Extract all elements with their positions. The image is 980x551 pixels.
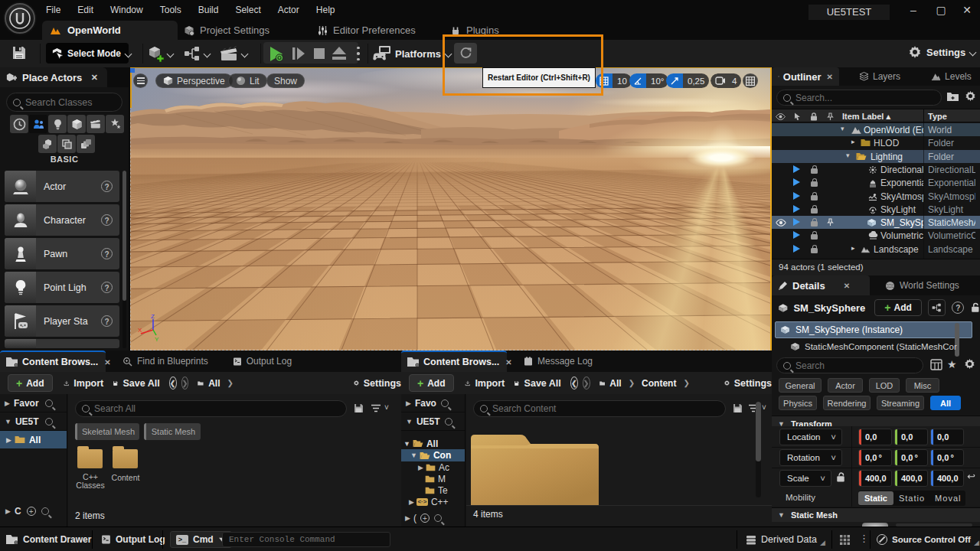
svg-text:Y: Y	[155, 336, 159, 342]
svg-text:+: +	[21, 323, 24, 328]
svg-text:Z: Z	[151, 313, 155, 320]
svg-text:X: X	[138, 327, 142, 334]
